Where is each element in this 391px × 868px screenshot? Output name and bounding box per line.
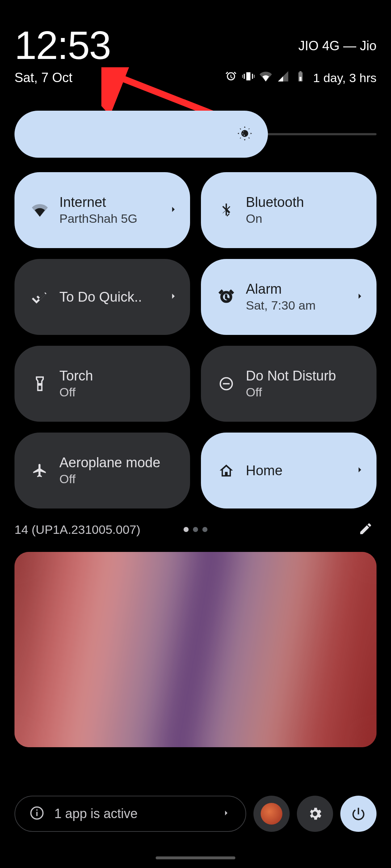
gear-icon xyxy=(307,806,323,822)
alarm-icon xyxy=(215,289,237,305)
qs-header: 12:53 JIO 4G — Jio Sat, 7 Oct 1 day, 3 h… xyxy=(0,0,391,93)
bluetooth-icon xyxy=(215,202,237,218)
alarm-icon xyxy=(225,70,237,85)
avatar xyxy=(261,803,282,825)
tile-airplane[interactable]: Aeroplane mode Off xyxy=(14,433,190,509)
tile-title: Aeroplane mode xyxy=(59,455,179,471)
tile-sub: On xyxy=(246,212,366,226)
tile-title: Alarm xyxy=(246,281,355,297)
chevron-right-icon xyxy=(168,204,179,216)
tile-bluetooth[interactable]: Bluetooth On xyxy=(201,172,377,248)
tile-torch[interactable]: Torch Off xyxy=(14,346,190,422)
tile-todo[interactable]: To Do Quick.. xyxy=(14,259,190,335)
signal-icon xyxy=(277,70,289,85)
carrier-label: JIO 4G — Jio xyxy=(298,38,377,54)
active-apps-button[interactable]: 1 app is active xyxy=(14,796,246,832)
edit-icon[interactable] xyxy=(358,522,373,537)
tile-internet[interactable]: Internet ParthShah 5G xyxy=(14,172,190,248)
clock: 12:53 xyxy=(14,25,110,65)
tile-title: Home xyxy=(246,463,355,478)
torch-icon xyxy=(29,376,51,392)
build-label: 14 (UP1A.231005.007) xyxy=(14,523,140,537)
tile-sub: Off xyxy=(59,472,179,486)
tile-alarm[interactable]: Alarm Sat, 7:30 am xyxy=(201,259,377,335)
chevron-right-icon xyxy=(168,291,179,303)
chevron-right-icon xyxy=(222,808,231,819)
wifi-icon xyxy=(260,70,272,85)
tile-title: To Do Quick.. xyxy=(59,289,168,305)
info-icon xyxy=(30,806,44,822)
tile-sub: Sat, 7:30 am xyxy=(246,298,355,312)
page-indicator xyxy=(184,527,207,532)
battery-text: 1 day, 3 hrs xyxy=(313,71,377,85)
tile-title: Do Not Disturb xyxy=(246,368,366,384)
settings-button[interactable] xyxy=(297,796,333,832)
brightness-icon xyxy=(236,125,253,144)
battery-icon xyxy=(294,70,307,85)
airplane-icon xyxy=(29,463,51,478)
tile-home[interactable]: Home xyxy=(201,433,377,509)
svg-rect-5 xyxy=(36,812,37,816)
tile-title: Internet xyxy=(59,195,168,210)
dnd-icon xyxy=(215,376,237,392)
media-notification[interactable] xyxy=(14,552,377,747)
chevron-right-icon xyxy=(355,465,366,476)
home-icon xyxy=(215,463,237,478)
power-icon xyxy=(350,806,366,822)
tile-dnd[interactable]: Do Not Disturb Off xyxy=(201,346,377,422)
wifi-icon xyxy=(29,202,51,218)
brightness-slider[interactable] xyxy=(0,111,391,158)
brightness-track[interactable] xyxy=(265,133,377,135)
qs-tiles: Internet ParthShah 5G Bluetooth On To Do… xyxy=(0,158,391,509)
date-label: Sat, 7 Oct xyxy=(14,70,72,85)
tile-sub: ParthShah 5G xyxy=(59,212,168,226)
tile-title: Bluetooth xyxy=(246,195,366,210)
qs-bottom-bar: 1 app is active xyxy=(14,796,377,832)
qs-footer-row: 14 (UP1A.231005.007) xyxy=(0,509,391,537)
tile-title: Torch xyxy=(59,368,179,384)
svg-rect-6 xyxy=(36,809,37,810)
power-button[interactable] xyxy=(340,796,377,832)
tile-sub: Off xyxy=(246,385,366,399)
user-button[interactable] xyxy=(253,796,290,832)
status-icons: 1 day, 3 hrs xyxy=(225,70,377,85)
check-icon xyxy=(29,289,51,305)
svg-rect-3 xyxy=(223,383,230,384)
tile-sub: Off xyxy=(59,385,179,399)
active-apps-label: 1 app is active xyxy=(54,806,222,821)
chevron-right-icon xyxy=(355,291,366,303)
vibrate-icon xyxy=(242,70,255,85)
nav-handle[interactable] xyxy=(156,856,235,859)
